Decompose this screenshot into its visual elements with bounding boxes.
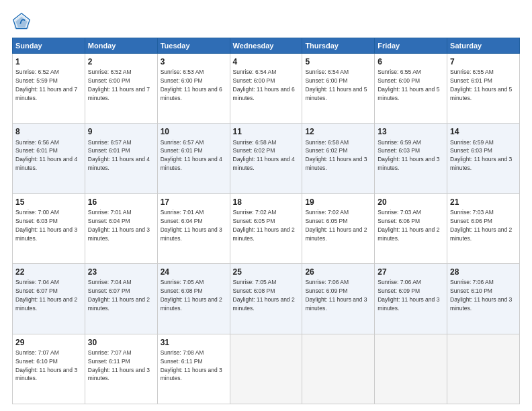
calendar-cell: 7Sunrise: 6:55 AMSunset: 6:01 PMDaylight… (447, 54, 520, 124)
calendar-cell: 25Sunrise: 7:05 AMSunset: 6:08 PMDayligh… (230, 264, 302, 334)
cell-content: Sunrise: 6:55 AMSunset: 6:00 PMDaylight:… (378, 68, 439, 101)
weekday-header-monday: Monday (85, 38, 157, 54)
calendar-cell: 30Sunrise: 7:07 AMSunset: 6:11 PMDayligh… (85, 334, 157, 404)
day-number: 4 (233, 56, 300, 67)
day-number: 19 (305, 197, 371, 208)
cell-content: Sunrise: 7:01 AMSunset: 6:04 PMDaylight:… (88, 209, 150, 242)
cell-content: Sunrise: 6:57 AMSunset: 6:01 PMDaylight:… (88, 139, 150, 172)
weekday-header-thursday: Thursday (302, 38, 375, 54)
page: SundayMondayTuesdayWednesdayThursdayFrid… (0, 0, 532, 411)
day-number: 29 (15, 337, 82, 348)
day-number: 10 (161, 126, 227, 137)
day-number: 8 (15, 126, 82, 137)
calendar-cell: 18Sunrise: 7:02 AMSunset: 6:05 PMDayligh… (230, 193, 302, 263)
day-number: 30 (88, 337, 154, 348)
cell-content: Sunrise: 7:05 AMSunset: 6:08 PMDaylight:… (161, 279, 222, 312)
cell-content: Sunrise: 7:02 AMSunset: 6:05 PMDaylight:… (233, 209, 295, 242)
cell-content: Sunrise: 7:05 AMSunset: 6:08 PMDaylight:… (233, 279, 295, 312)
calendar-cell: 23Sunrise: 7:04 AMSunset: 6:07 PMDayligh… (85, 264, 157, 334)
calendar-week-4: 22Sunrise: 7:04 AMSunset: 6:07 PMDayligh… (13, 264, 520, 334)
day-number: 17 (161, 197, 227, 208)
day-number: 23 (88, 267, 154, 277)
calendar-header-row: SundayMondayTuesdayWednesdayThursdayFrid… (13, 38, 520, 54)
calendar-week-3: 15Sunrise: 7:00 AMSunset: 6:03 PMDayligh… (13, 193, 520, 263)
calendar-cell: 3Sunrise: 6:53 AMSunset: 6:00 PMDaylight… (157, 54, 230, 124)
weekday-header-friday: Friday (375, 38, 447, 54)
day-number: 20 (378, 197, 444, 208)
cell-content: Sunrise: 6:59 AMSunset: 6:03 PMDaylight:… (450, 139, 512, 172)
day-number: 5 (305, 56, 371, 67)
day-number: 16 (88, 197, 154, 208)
weekday-header-tuesday: Tuesday (157, 38, 230, 54)
cell-content: Sunrise: 7:00 AMSunset: 6:03 PMDaylight:… (15, 209, 77, 242)
day-number: 12 (305, 126, 371, 137)
cell-content: Sunrise: 6:55 AMSunset: 6:01 PMDaylight:… (450, 68, 512, 101)
calendar-cell: 17Sunrise: 7:01 AMSunset: 6:04 PMDayligh… (157, 193, 230, 263)
calendar-cell: 14Sunrise: 6:59 AMSunset: 6:03 PMDayligh… (447, 124, 520, 193)
calendar-cell: 1Sunrise: 6:52 AMSunset: 5:59 PMDaylight… (13, 54, 85, 124)
weekday-header-sunday: Sunday (13, 38, 85, 54)
cell-content: Sunrise: 6:58 AMSunset: 6:02 PMDaylight:… (233, 139, 295, 172)
day-number: 7 (450, 56, 517, 67)
calendar-cell: 28Sunrise: 7:06 AMSunset: 6:10 PMDayligh… (447, 264, 520, 334)
cell-content: Sunrise: 7:03 AMSunset: 6:06 PMDaylight:… (378, 209, 439, 242)
header (12, 12, 520, 31)
calendar-cell (302, 334, 375, 404)
day-number: 28 (450, 267, 517, 277)
calendar-cell: 16Sunrise: 7:01 AMSunset: 6:04 PMDayligh… (85, 193, 157, 263)
cell-content: Sunrise: 6:54 AMSunset: 6:00 PMDaylight:… (305, 68, 367, 101)
day-number: 24 (161, 267, 227, 277)
cell-content: Sunrise: 7:02 AMSunset: 6:05 PMDaylight:… (305, 209, 367, 242)
day-number: 6 (378, 56, 444, 67)
calendar-cell: 26Sunrise: 7:06 AMSunset: 6:09 PMDayligh… (302, 264, 375, 334)
cell-content: Sunrise: 7:08 AMSunset: 6:11 PMDaylight:… (161, 349, 222, 382)
calendar-cell: 21Sunrise: 7:03 AMSunset: 6:06 PMDayligh… (447, 193, 520, 263)
day-number: 1 (15, 56, 82, 67)
day-number: 3 (161, 56, 227, 67)
cell-content: Sunrise: 6:59 AMSunset: 6:03 PMDaylight:… (378, 139, 439, 172)
day-number: 13 (378, 126, 444, 137)
cell-content: Sunrise: 6:54 AMSunset: 6:00 PMDaylight:… (233, 68, 295, 101)
cell-content: Sunrise: 7:06 AMSunset: 6:10 PMDaylight:… (450, 279, 512, 312)
day-number: 21 (450, 197, 517, 208)
calendar-cell (447, 334, 520, 404)
day-number: 25 (233, 267, 300, 277)
calendar-cell: 11Sunrise: 6:58 AMSunset: 6:02 PMDayligh… (230, 124, 302, 193)
calendar-cell: 31Sunrise: 7:08 AMSunset: 6:11 PMDayligh… (157, 334, 230, 404)
cell-content: Sunrise: 6:58 AMSunset: 6:02 PMDaylight:… (305, 139, 367, 172)
calendar-cell: 15Sunrise: 7:00 AMSunset: 6:03 PMDayligh… (13, 193, 85, 263)
calendar-cell: 6Sunrise: 6:55 AMSunset: 6:00 PMDaylight… (375, 54, 447, 124)
calendar-cell: 9Sunrise: 6:57 AMSunset: 6:01 PMDaylight… (85, 124, 157, 193)
logo (12, 12, 34, 31)
calendar-cell (375, 334, 447, 404)
cell-content: Sunrise: 6:52 AMSunset: 6:00 PMDaylight:… (88, 68, 150, 101)
calendar-cell: 12Sunrise: 6:58 AMSunset: 6:02 PMDayligh… (302, 124, 375, 193)
day-number: 15 (15, 197, 82, 208)
day-number: 22 (15, 267, 82, 277)
cell-content: Sunrise: 6:57 AMSunset: 6:01 PMDaylight:… (161, 139, 222, 172)
calendar-cell: 19Sunrise: 7:02 AMSunset: 6:05 PMDayligh… (302, 193, 375, 263)
calendar-cell: 8Sunrise: 6:56 AMSunset: 6:01 PMDaylight… (13, 124, 85, 193)
cell-content: Sunrise: 7:07 AMSunset: 6:10 PMDaylight:… (15, 349, 77, 382)
cell-content: Sunrise: 7:06 AMSunset: 6:09 PMDaylight:… (378, 279, 439, 312)
cell-content: Sunrise: 7:06 AMSunset: 6:09 PMDaylight:… (305, 279, 367, 312)
calendar-cell: 4Sunrise: 6:54 AMSunset: 6:00 PMDaylight… (230, 54, 302, 124)
day-number: 9 (88, 126, 154, 137)
calendar-cell: 10Sunrise: 6:57 AMSunset: 6:01 PMDayligh… (157, 124, 230, 193)
calendar-cell: 13Sunrise: 6:59 AMSunset: 6:03 PMDayligh… (375, 124, 447, 193)
cell-content: Sunrise: 7:01 AMSunset: 6:04 PMDaylight:… (161, 209, 222, 242)
cell-content: Sunrise: 6:56 AMSunset: 6:01 PMDaylight:… (15, 139, 77, 172)
day-number: 26 (305, 267, 371, 277)
weekday-header-saturday: Saturday (447, 38, 520, 54)
calendar-cell: 2Sunrise: 6:52 AMSunset: 6:00 PMDaylight… (85, 54, 157, 124)
day-number: 11 (233, 126, 300, 137)
cell-content: Sunrise: 6:52 AMSunset: 5:59 PMDaylight:… (15, 68, 77, 101)
calendar-cell (230, 334, 302, 404)
calendar-cell: 22Sunrise: 7:04 AMSunset: 6:07 PMDayligh… (13, 264, 85, 334)
logo-icon (12, 12, 31, 31)
calendar-week-2: 8Sunrise: 6:56 AMSunset: 6:01 PMDaylight… (13, 124, 520, 193)
day-number: 2 (88, 56, 154, 67)
cell-content: Sunrise: 7:04 AMSunset: 6:07 PMDaylight:… (15, 279, 77, 312)
cell-content: Sunrise: 7:04 AMSunset: 6:07 PMDaylight:… (88, 279, 150, 312)
day-number: 31 (161, 337, 227, 348)
